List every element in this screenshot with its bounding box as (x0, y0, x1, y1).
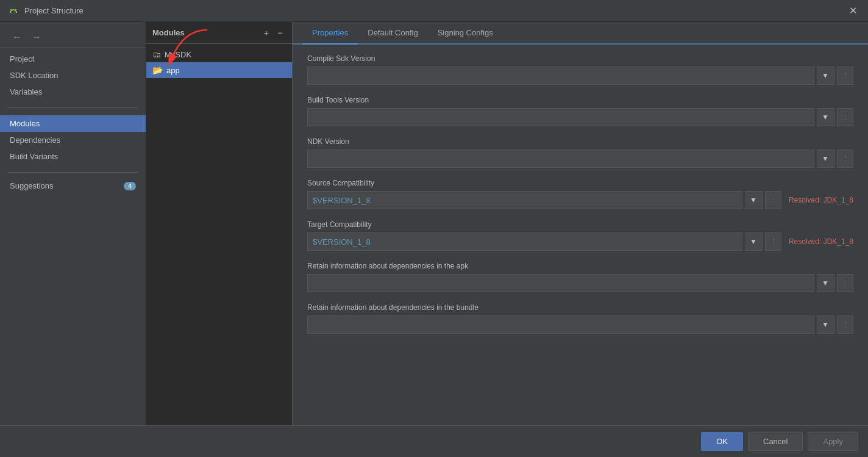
field-row-target-compat: $VERSION_1_8 ▼ ⋮ Resolved: JDK_1_8 (307, 232, 853, 251)
sidebar-item-dependencies[interactable]: Dependencies (0, 132, 146, 148)
module-item-mysdk[interactable]: 🗂 MySDK (146, 46, 292, 62)
forward-button[interactable]: → (29, 31, 44, 44)
svg-point-1 (15, 12, 16, 13)
cancel-button[interactable]: Cancel (748, 432, 803, 451)
dropdown-ndk[interactable]: ▼ (817, 149, 834, 168)
sidebar-item-suggestions[interactable]: Suggestions 4 (0, 178, 146, 194)
close-button[interactable]: ✕ (845, 5, 861, 17)
field-source-compatibility: Source Compatibility $VERSION_1_8 ▼ ⋮ Re… (307, 179, 853, 209)
svg-point-0 (12, 12, 13, 13)
module-list: 🗂 MySDK 📂 app (146, 44, 292, 425)
properties-content: Compile Sdk Version ▼ ⋮ Build Tools Vers… (293, 45, 868, 425)
label-retain-apk: Retain information about dependencies in… (307, 262, 853, 270)
select-ndk-version[interactable] (307, 149, 814, 168)
suggestions-badge: 4 (124, 182, 136, 190)
tabs-bar: Properties Default Config Signing Config… (293, 22, 868, 45)
select-compile-sdk-version[interactable] (307, 67, 814, 85)
apply-button[interactable]: Apply (808, 432, 858, 451)
bottom-bar: OK Cancel Apply (0, 425, 868, 457)
label-target-compatibility: Target Compatibility (307, 220, 853, 229)
field-compile-sdk-version: Compile Sdk Version ▼ ⋮ (307, 54, 853, 85)
dropdown-retain-apk[interactable]: ▼ (817, 274, 834, 292)
sidebar-item-project[interactable]: Project (0, 51, 146, 67)
remove-module-button[interactable]: − (274, 27, 286, 38)
module-icon-mysdk: 🗂 (152, 49, 161, 59)
dropdown-target-compat[interactable]: ▼ (745, 232, 763, 251)
resolved-target-compat: Resolved: JDK_1_8 (789, 237, 853, 246)
select-build-tools-version[interactable] (307, 108, 814, 126)
nav-section-bottom: Modules Dependencies Build Variants (0, 113, 146, 167)
field-row-build-tools: ▼ ⋮ (307, 108, 853, 126)
sidebar: ← → Project SDK Location Variables Modul… (0, 22, 146, 425)
edit-source-compat[interactable]: ⋮ (765, 191, 781, 209)
title-bar: Project Structure ✕ (0, 0, 868, 22)
module-item-app[interactable]: 📂 app (146, 62, 292, 78)
edit-target-compat[interactable]: ⋮ (765, 232, 781, 251)
android-icon (7, 5, 20, 17)
window-title: Project Structure (24, 6, 84, 15)
select-retain-apk[interactable] (307, 274, 814, 292)
project-structure-dialog: Project Structure ✕ ← → Project SDK Loca… (0, 0, 868, 457)
field-row-retain-bundle: ▼ ⋮ (307, 315, 853, 334)
modules-panel-title: Modules (152, 28, 185, 37)
label-compile-sdk-version: Compile Sdk Version (307, 54, 853, 63)
nav-divider (7, 107, 138, 108)
dropdown-source-compat[interactable]: ▼ (745, 191, 763, 209)
edit-retain-bundle[interactable]: ⋮ (837, 315, 853, 334)
nav-arrows: ← → (0, 27, 146, 48)
field-ndk-version: NDK Version ▼ ⋮ (307, 137, 853, 168)
field-row-ndk: ▼ ⋮ (307, 149, 853, 168)
edit-ndk[interactable]: ⋮ (837, 149, 853, 168)
edit-compile-sdk[interactable]: ⋮ (837, 67, 853, 85)
field-retain-apk: Retain information about dependencies in… (307, 262, 853, 292)
sidebar-item-modules[interactable]: Modules (0, 115, 146, 132)
sidebar-item-variables[interactable]: Variables (0, 84, 146, 100)
modules-panel: Modules + − 🗂 MySDK 📂 app (146, 22, 293, 425)
field-target-compatibility: Target Compatibility $VERSION_1_8 ▼ ⋮ Re… (307, 220, 853, 251)
nav-section-top: Project SDK Location Variables (0, 48, 146, 103)
select-source-compatibility[interactable]: $VERSION_1_8 (307, 191, 742, 209)
tab-default-config[interactable]: Default Config (358, 22, 427, 45)
select-target-compatibility[interactable]: $VERSION_1_8 (307, 232, 742, 251)
add-module-button[interactable]: + (260, 27, 272, 38)
ok-button[interactable]: OK (701, 432, 743, 451)
back-button[interactable]: ← (10, 31, 24, 44)
edit-build-tools[interactable]: ⋮ (837, 108, 853, 126)
dropdown-retain-bundle[interactable]: ▼ (817, 315, 834, 334)
label-source-compatibility: Source Compatibility (307, 179, 853, 187)
dropdown-compile-sdk[interactable]: ▼ (817, 67, 834, 85)
tab-properties[interactable]: Properties (302, 22, 358, 45)
field-row-retain-apk: ▼ ⋮ (307, 274, 853, 292)
field-build-tools-version: Build Tools Version ▼ ⋮ (307, 96, 853, 126)
main-content: ← → Project SDK Location Variables Modul… (0, 22, 868, 425)
sidebar-item-sdk-location[interactable]: SDK Location (0, 67, 146, 84)
nav-divider-2 (7, 172, 138, 173)
edit-retain-apk[interactable]: ⋮ (837, 274, 853, 292)
field-row-source-compat: $VERSION_1_8 ▼ ⋮ Resolved: JDK_1_8 (307, 191, 853, 209)
right-panel: Properties Default Config Signing Config… (293, 22, 868, 425)
modules-header: Modules + − (146, 22, 292, 44)
sidebar-item-build-variants[interactable]: Build Variants (0, 148, 146, 165)
field-row-compile-sdk: ▼ ⋮ (307, 67, 853, 85)
resolved-source-compat: Resolved: JDK_1_8 (789, 196, 853, 204)
label-retain-bundle: Retain information about dependencies in… (307, 303, 853, 312)
tab-signing-configs[interactable]: Signing Configs (428, 22, 503, 45)
select-retain-bundle[interactable] (307, 315, 814, 334)
dropdown-build-tools[interactable]: ▼ (817, 108, 834, 126)
modules-actions: + − (260, 27, 286, 38)
field-retain-bundle: Retain information about dependencies in… (307, 303, 853, 334)
title-left: Project Structure (7, 5, 84, 17)
label-ndk-version: NDK Version (307, 137, 853, 146)
module-icon-app: 📂 (152, 65, 163, 75)
label-build-tools-version: Build Tools Version (307, 96, 853, 104)
